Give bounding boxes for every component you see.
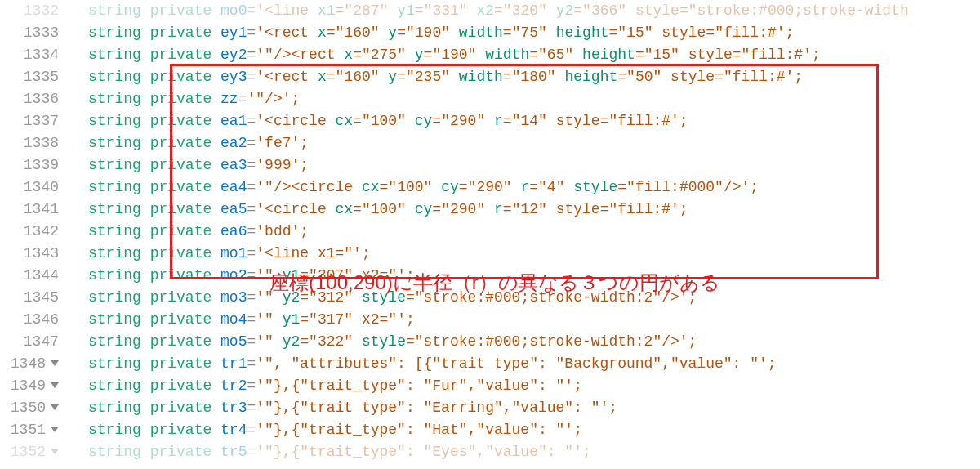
code-line[interactable]: string private ea3='999';	[88, 154, 980, 176]
code-line[interactable]: string private ey3='<rect x="160" y="235…	[88, 66, 980, 88]
line-number: 1351	[0, 419, 72, 441]
code-editor[interactable]: 1332133313341335133613371338133913401341…	[0, 0, 980, 469]
code-line[interactable]: string private ea4='"/><circle cx="100" …	[88, 176, 980, 199]
line-number: 1333	[0, 22, 72, 44]
annotation-label: 座標(100,290)に半径（r）の異なる３つの円がある	[270, 271, 720, 293]
code-area[interactable]: string private mo0='<line x1="287" y1="3…	[88, 0, 980, 463]
code-line[interactable]: string private ea5='<circle cx="100" cy=…	[88, 199, 980, 221]
line-number: 1336	[0, 88, 72, 110]
code-line[interactable]: string private mo0='<line x1="287" y1="3…	[88, 0, 980, 22]
line-number: 1352	[0, 441, 72, 463]
code-line[interactable]: string private ea2='fe7';	[88, 132, 980, 154]
line-number: 1334	[0, 44, 72, 66]
line-number: 1339	[0, 154, 72, 176]
line-number: 1348	[0, 353, 72, 375]
line-number: 1345	[0, 287, 72, 309]
code-line[interactable]: string private tr4='"},{"trait_type": "H…	[88, 419, 980, 441]
line-number: 1349	[0, 375, 72, 397]
code-line[interactable]: string private ey1='<rect x="160" y="190…	[88, 22, 980, 44]
line-number: 1343	[0, 243, 72, 265]
code-line[interactable]: string private ey2='"/><rect x="275" y="…	[88, 44, 980, 66]
line-number: 1342	[0, 221, 72, 243]
line-number: 1344	[0, 265, 72, 287]
code-line[interactable]: string private mo1='<line x1="';	[88, 243, 980, 265]
code-line[interactable]: string private ea6='bdd';	[88, 221, 980, 243]
fold-icon[interactable]	[51, 449, 59, 454]
line-number: 1350	[0, 397, 72, 419]
code-line[interactable]: string private ea1='<circle cx="100" cy=…	[88, 110, 980, 132]
line-number: 1337	[0, 110, 72, 132]
line-number: 1335	[0, 66, 72, 88]
line-number: 1338	[0, 132, 72, 154]
line-number: 1346	[0, 309, 72, 331]
code-line[interactable]: string private tr2='"},{"trait_type": "F…	[88, 375, 980, 397]
code-line[interactable]: string private tr1='", "attributes": [{"…	[88, 353, 980, 375]
fold-icon[interactable]	[51, 382, 59, 388]
code-line[interactable]: string private mo5='" y2="322" style="st…	[88, 331, 980, 353]
fold-icon[interactable]	[51, 404, 59, 410]
line-number-gutter: 1332133313341335133613371338133913401341…	[0, 0, 72, 463]
line-number: 1340	[0, 176, 72, 199]
line-number: 1341	[0, 199, 72, 221]
line-number: 1332	[0, 0, 72, 22]
code-line[interactable]: string private tr5='"},{"trait_type": "E…	[88, 441, 980, 463]
fold-icon[interactable]	[51, 360, 59, 366]
code-line[interactable]: string private zz='"/>';	[88, 88, 980, 110]
fold-icon[interactable]	[51, 427, 59, 432]
code-line[interactable]: string private tr3='"},{"trait_type": "E…	[88, 397, 980, 419]
line-number: 1347	[0, 331, 72, 353]
code-line[interactable]: string private mo4='" y1="317" x2="';	[88, 309, 980, 331]
